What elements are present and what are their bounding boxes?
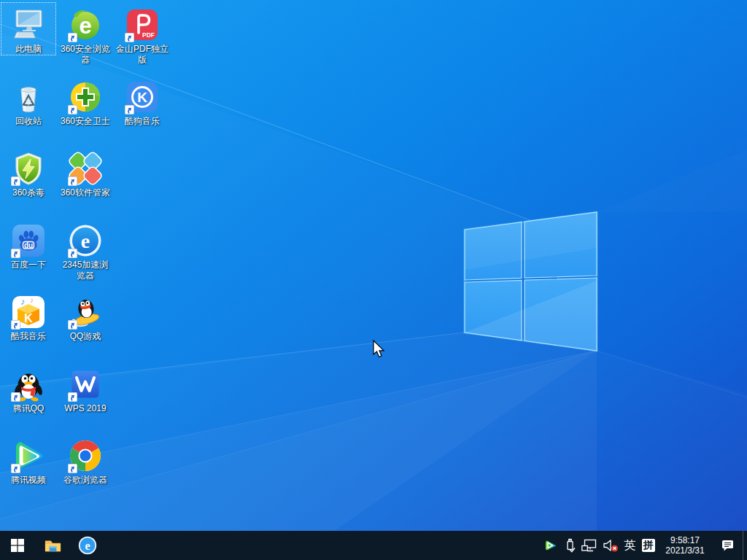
penguin-surf-icon xyxy=(68,295,103,330)
kuwo-music-icon: K ♪ ♪ xyxy=(11,295,46,330)
desktop-icon-label: 百度一下 xyxy=(1,260,55,271)
desktop-icon-label: 360软件管家 xyxy=(58,187,112,198)
ime-language-indicator[interactable]: 英 xyxy=(622,531,638,560)
desktop-icon-qq-games[interactable]: QQ游戏 xyxy=(58,290,112,342)
taskbar-browser-button[interactable]: e xyxy=(70,531,105,560)
shortcut-arrow-icon xyxy=(11,249,20,258)
taskbar: e xyxy=(0,531,747,560)
desktop-icon-label: QQ游戏 xyxy=(58,331,112,342)
desktop-icon-kingsoft-pdf[interactable]: PDF 金山PDF独立版 xyxy=(115,3,169,66)
shortcut-arrow-icon xyxy=(68,320,77,330)
start-button[interactable] xyxy=(0,531,35,560)
mouse-cursor xyxy=(372,340,388,359)
svg-text:♪: ♪ xyxy=(30,296,34,304)
shortcut-arrow-icon xyxy=(11,464,20,473)
shortcut-arrow-icon xyxy=(68,176,77,186)
desktop-icon-label: 2345加速浏览器 xyxy=(58,260,112,281)
browser-e-icon: e xyxy=(78,536,97,555)
svg-text:PDF: PDF xyxy=(142,31,155,39)
this-pc-icon xyxy=(11,7,46,42)
svg-text:♪: ♪ xyxy=(20,296,26,307)
desktop-icon-360-secure-browser[interactable]: e 360安全浏览器 xyxy=(58,3,112,66)
shortcut-arrow-icon xyxy=(68,249,77,258)
green-e-browser-icon: e xyxy=(68,7,103,42)
shortcut-arrow-icon xyxy=(68,33,77,42)
shortcut-arrow-icon xyxy=(11,392,20,402)
desktop-icon-kuwo-music[interactable]: K ♪ ♪ 酷我音乐 xyxy=(1,290,55,342)
show-desktop-button[interactable] xyxy=(743,531,747,560)
blue-e-browser-icon: e xyxy=(68,223,103,258)
svg-text:K: K xyxy=(24,312,33,324)
desktop-icon-label: 金山PDF独立版 xyxy=(115,44,169,66)
desktop-icon-label: 腾讯QQ xyxy=(1,403,55,414)
desktop-icon-label: 回收站 xyxy=(1,116,55,127)
kugou-k-icon: K xyxy=(125,79,160,114)
desktop-icon-wps-2019[interactable]: WPS 2019 xyxy=(58,362,112,414)
desktop-icon-google-chrome[interactable]: 谷歌浏览器 xyxy=(58,434,112,486)
wps-w-icon xyxy=(68,367,103,402)
pdf-red-icon: PDF xyxy=(125,7,160,42)
svg-text:K: K xyxy=(137,90,147,105)
windows-logo-icon xyxy=(11,539,24,552)
desktop: 此电脑 回收站 360杀毒 du 百度一下 K ♪ ♪ xyxy=(0,0,747,560)
clock-date: 2021/3/31 xyxy=(665,545,704,556)
shortcut-arrow-icon xyxy=(11,176,20,186)
svg-text:du: du xyxy=(24,241,33,249)
tray-network-icon[interactable] xyxy=(579,531,600,560)
recycle-bin-icon xyxy=(11,79,46,114)
tray-volume-muted-icon[interactable] xyxy=(600,531,622,560)
desktop-icon-this-pc[interactable]: 此电脑 xyxy=(1,3,55,55)
svg-text:e: e xyxy=(81,230,90,252)
desktop-icon-label: WPS 2019 xyxy=(58,403,112,414)
clock-time: 9:58:17 xyxy=(665,535,704,545)
desktop-icon-tencent-qq[interactable]: 腾讯QQ xyxy=(1,362,55,414)
desktop-icon-360-antivirus[interactable]: 360杀毒 xyxy=(1,147,55,198)
desktop-icon-label: 腾讯视频 xyxy=(1,475,55,486)
ime-language-label: 英 xyxy=(624,538,636,553)
green-cross-ball-icon xyxy=(68,79,103,114)
desktop-icons: 此电脑 回收站 360杀毒 du 百度一下 K ♪ ♪ xyxy=(0,0,747,560)
shortcut-arrow-icon xyxy=(125,105,134,114)
shortcut-arrow-icon xyxy=(68,464,77,473)
system-tray: 英 拼 9:58:17 2021/3/31 xyxy=(541,531,747,560)
desktop-icon-label: 360安全浏览器 xyxy=(58,44,112,66)
desktop-icon-baidu-search[interactable]: du 百度一下 xyxy=(1,219,55,271)
shortcut-arrow-icon xyxy=(11,320,20,330)
taskbar-clock[interactable]: 9:58:17 2021/3/31 xyxy=(658,531,712,560)
file-explorer-icon xyxy=(44,537,62,555)
action-center-icon xyxy=(721,539,735,552)
svg-text:e: e xyxy=(85,540,90,552)
ime-pinyin-label: 拼 xyxy=(642,539,655,552)
shortcut-arrow-icon xyxy=(68,105,77,114)
desktop-icon-label: 酷狗音乐 xyxy=(115,116,169,127)
tray-tencent-video-icon[interactable] xyxy=(541,531,560,560)
desktop-icon-label: 360安全卫士 xyxy=(58,116,112,127)
desktop-icon-label: 谷歌浏览器 xyxy=(58,475,112,486)
svg-text:e: e xyxy=(79,13,91,39)
tencent-video-icon xyxy=(11,438,46,473)
taskbar-file-explorer-button[interactable] xyxy=(35,531,70,560)
desktop-icon-label: 此电脑 xyxy=(1,44,55,55)
desktop-icon-label: 360杀毒 xyxy=(1,187,55,198)
shortcut-arrow-icon xyxy=(125,33,134,42)
desktop-icon-360-software-manager[interactable]: 360软件管家 xyxy=(58,147,112,198)
desktop-icon-kugou-music[interactable]: K 酷狗音乐 xyxy=(115,75,169,127)
action-center-button[interactable] xyxy=(712,531,743,560)
ime-pinyin-indicator[interactable]: 拼 xyxy=(638,531,658,560)
qq-penguin-icon xyxy=(11,367,46,402)
desktop-icon-recycle-bin[interactable]: 回收站 xyxy=(1,75,55,127)
desktop-icon-label: 酷我音乐 xyxy=(1,331,55,342)
four-leaves-icon xyxy=(68,151,103,186)
chrome-icon xyxy=(68,438,103,473)
shield-lightning-icon xyxy=(11,151,46,186)
tray-usb-icon[interactable] xyxy=(560,531,579,560)
shortcut-arrow-icon xyxy=(68,392,77,402)
baidu-paw-icon: du xyxy=(11,223,46,258)
desktop-icon-2345-browser[interactable]: e 2345加速浏览器 xyxy=(58,219,112,281)
desktop-icon-360-safeguard[interactable]: 360安全卫士 xyxy=(58,75,112,127)
desktop-icon-tencent-video[interactable]: 腾讯视频 xyxy=(1,434,55,486)
